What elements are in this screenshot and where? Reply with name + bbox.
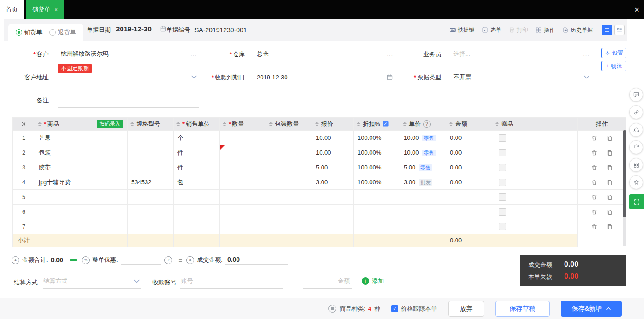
qty-cell[interactable] [220, 190, 266, 205]
pack-qty-cell[interactable] [266, 145, 312, 160]
order-discount-field[interactable] [121, 256, 161, 265]
product-cell[interactable]: 胶带 [35, 160, 128, 175]
remark-field[interactable] [58, 95, 199, 108]
account-picker-icon[interactable]: ... [274, 278, 281, 285]
sort-icon[interactable] [176, 122, 180, 126]
receive-account-field[interactable]: 账号 ... [180, 276, 283, 289]
qty-cell[interactable] [220, 160, 266, 175]
trash-icon[interactable] [591, 223, 598, 230]
customer-picker-icon[interactable]: ... [190, 51, 197, 58]
tab-sales-order[interactable]: 销货单 × [26, 0, 64, 19]
copy-icon[interactable] [606, 135, 613, 142]
discount-cell[interactable]: 100.00% [354, 131, 400, 145]
sort-icon[interactable] [495, 122, 499, 126]
discount-cell[interactable]: 100.00% [354, 175, 400, 190]
unit-cell[interactable]: 包 [174, 175, 220, 190]
refresh-button[interactable] [629, 140, 643, 154]
sort-icon[interactable] [315, 122, 319, 126]
spec-cell[interactable] [128, 190, 174, 205]
product-cell[interactable]: jpg十辅导费 [35, 175, 128, 190]
discount-cell[interactable] [354, 190, 400, 205]
shortcut-keys-button[interactable]: 快捷键 [450, 26, 474, 34]
sort-icon[interactable] [269, 122, 273, 126]
copy-icon[interactable] [606, 209, 613, 216]
price-cell[interactable]: 10.00零售 [400, 145, 446, 160]
price-cell[interactable]: 5.00零售 [400, 160, 446, 175]
amount-cell[interactable]: 0.00 [446, 160, 492, 175]
qty-cell[interactable] [220, 219, 266, 234]
pack-qty-cell[interactable] [266, 160, 312, 175]
quote-cell[interactable] [312, 219, 354, 234]
amount-cell[interactable] [446, 219, 492, 234]
discount-cell[interactable] [354, 205, 400, 219]
logistics-button[interactable]: + 物流 [601, 61, 626, 71]
unit-cell[interactable]: 个 [174, 131, 220, 145]
gear-icon[interactable] [20, 120, 27, 127]
chevron-down-icon[interactable] [584, 75, 589, 79]
price-track-checkbox-group[interactable]: ✓ 价格跟踪本单 [391, 305, 437, 313]
price-type-tag[interactable]: 零售 [422, 135, 436, 141]
calendar-icon[interactable] [386, 74, 393, 81]
trash-icon[interactable] [591, 135, 598, 142]
product-cell[interactable]: 芒果 [35, 131, 128, 145]
copy-icon[interactable] [606, 150, 613, 156]
pack-qty-cell[interactable] [266, 131, 312, 145]
add-payment-button[interactable]: + 添加 [362, 277, 384, 285]
pick-order-button[interactable]: 选单 [482, 26, 501, 34]
tab-close-icon[interactable]: × [55, 6, 58, 13]
settle-method-select[interactable]: 结算方式 [43, 276, 141, 289]
document-date-field[interactable]: 2019-12-30 [115, 25, 169, 35]
col-product[interactable]: * 商品 扫码录入 [35, 118, 128, 131]
sort-icon[interactable] [449, 122, 453, 126]
price-type-tag[interactable]: 零售 [419, 164, 432, 171]
print-button[interactable]: 打印 [509, 26, 528, 34]
deal-amount-field[interactable]: 0.00 [225, 256, 288, 265]
gift-checkbox[interactable] [499, 164, 506, 171]
warehouse-field[interactable]: 总仓 ... [254, 49, 395, 61]
discount-cell[interactable]: 100.00% [354, 160, 400, 175]
link-button[interactable] [629, 105, 643, 119]
save-and-new-button[interactable]: 保存&新增 [561, 301, 622, 317]
gift-checkbox[interactable] [499, 193, 506, 201]
chevron-down-icon[interactable] [134, 279, 140, 283]
col-qty[interactable]: *数量 [220, 118, 266, 131]
fullscreen-button[interactable] [629, 194, 644, 209]
gift-checkbox[interactable] [499, 223, 506, 230]
col-unit[interactable]: *销售单位 [174, 118, 220, 131]
trash-icon[interactable] [591, 164, 598, 171]
col-price[interactable]: 单价? [400, 118, 446, 131]
quote-cell[interactable]: 5.00 [312, 160, 354, 175]
quote-cell[interactable] [312, 190, 354, 205]
sort-icon[interactable] [38, 122, 42, 126]
price-type-tag[interactable]: 批发 [419, 179, 432, 186]
discount-cell[interactable]: 100.00% [354, 145, 400, 160]
quote-cell[interactable] [312, 205, 354, 219]
spec-cell[interactable] [128, 205, 174, 219]
address-field[interactable] [58, 72, 199, 84]
col-gift[interactable]: 赠品 [492, 118, 578, 131]
checkbox-checked-icon[interactable]: ✓ [391, 305, 398, 312]
gift-checkbox[interactable] [499, 208, 506, 216]
warehouse-picker-icon[interactable]: ... [387, 51, 393, 58]
support-button[interactable] [629, 123, 643, 137]
copy-icon[interactable] [606, 194, 613, 201]
trash-icon[interactable] [591, 179, 598, 186]
price-cell[interactable] [400, 219, 446, 234]
amount-cell[interactable] [446, 205, 492, 219]
price-help-icon[interactable]: ? [423, 120, 431, 128]
settings-button[interactable]: 设置 [601, 48, 626, 58]
pack-qty-cell[interactable] [266, 175, 312, 190]
spec-cell[interactable] [128, 160, 174, 175]
grid-settings-cell[interactable] [13, 118, 35, 131]
trash-icon[interactable] [591, 194, 598, 201]
scan-entry-button[interactable]: 扫码录入 [97, 120, 123, 128]
sort-icon[interactable] [357, 122, 360, 126]
unit-cell[interactable]: 件 [174, 160, 220, 175]
product-cell[interactable]: 包装 [35, 145, 128, 160]
chevron-down-icon[interactable] [191, 75, 197, 79]
gift-checkbox[interactable] [499, 134, 506, 142]
save-draft-button[interactable]: 保存草稿 [495, 301, 550, 317]
due-date-field[interactable]: 2019-12-30 [254, 72, 395, 84]
customer-field[interactable]: 杭州解放路沃尔玛 ... [58, 49, 199, 61]
trash-icon[interactable] [591, 150, 598, 156]
